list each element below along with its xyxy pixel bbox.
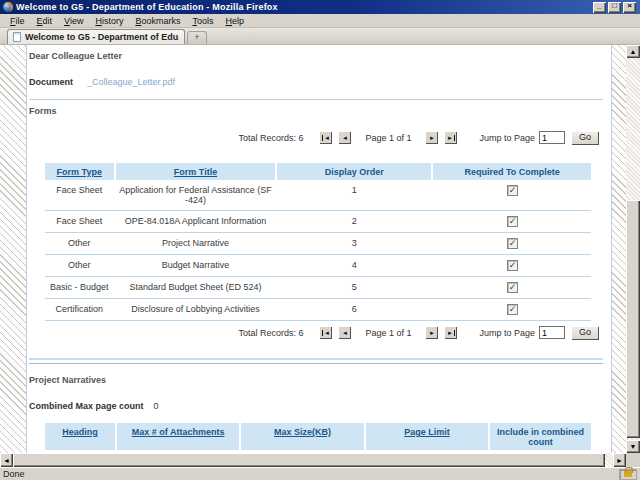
sort-form-type[interactable]: Form Type — [57, 167, 102, 177]
form-type-cell: Certification — [45, 299, 114, 320]
firefox-icon — [3, 2, 13, 12]
horizontal-scrollbar-thumb[interactable] — [13, 453, 605, 467]
table-row: Other Project Narrative 3 — [45, 233, 591, 255]
total-records-label: Total Records: 6 — [238, 133, 303, 143]
close-button[interactable]: × — [623, 2, 636, 13]
form-title-cell: Budget Narrative — [116, 255, 276, 276]
next-page-button[interactable]: ► — [425, 131, 438, 144]
required-checkbox[interactable] — [507, 185, 518, 196]
scroll-left-button[interactable]: ◄ — [0, 453, 13, 467]
display-order-cell: 3 — [277, 233, 431, 254]
total-records-label: Total Records: 6 — [238, 328, 303, 338]
go-button[interactable]: Go — [571, 326, 599, 340]
display-order-cell: 1 — [277, 180, 431, 210]
menu-item-history[interactable]: History — [89, 15, 129, 27]
form-type-cell: Basic - Budget — [45, 277, 114, 298]
horizontal-scrollbar[interactable]: ◄ ► — [0, 453, 626, 467]
document-label: Document — [29, 77, 73, 87]
menu-item-help[interactable]: Help — [219, 15, 250, 27]
close-icon: × — [623, 1, 636, 10]
first-page-button[interactable]: ◄ — [319, 326, 332, 339]
first-page-icon: ◄ — [322, 330, 330, 336]
menu-item-edit[interactable]: Edit — [31, 15, 59, 27]
forms-heading: Forms — [29, 106, 611, 116]
required-checkbox[interactable] — [507, 282, 518, 293]
go-button[interactable]: Go — [571, 131, 599, 145]
scroll-left-icon: ◄ — [3, 457, 10, 464]
combined-max-value: 0 — [154, 401, 159, 411]
page-viewport: Dear Colleague Letter Document _Colleagu… — [0, 45, 626, 453]
forms-table-header: Form Type Form Title Display Order Requi… — [45, 163, 591, 180]
menu-item-tools[interactable]: Tools — [186, 15, 219, 27]
jump-to-page-input[interactable] — [539, 131, 565, 144]
table-row: Face Sheet OPE-84.018A Applicant Informa… — [45, 211, 591, 233]
header-include-combined: Include in combined count — [490, 423, 591, 450]
display-order-cell: 4 — [277, 255, 431, 276]
jump-to-page-input[interactable] — [539, 326, 565, 339]
colleague-letter-link[interactable]: _Colleague_Letter.pdf — [87, 77, 175, 87]
page-indicator: Page 1 of 1 — [365, 133, 411, 143]
menu-item-view[interactable]: View — [58, 15, 89, 27]
last-page-icon: ► — [447, 135, 455, 141]
sort-form-title[interactable]: Form Title — [174, 167, 217, 177]
next-page-button[interactable]: ► — [425, 326, 438, 339]
scroll-right-button[interactable]: ► — [613, 453, 626, 467]
scroll-right-icon: ► — [616, 457, 623, 464]
pn-table-header: Heading Max # of Attachments Max Size(KB… — [45, 423, 591, 450]
forms-table: Form Type Form Title Display Order Requi… — [45, 163, 591, 321]
page-icon — [13, 32, 21, 42]
restore-button[interactable]: □ — [608, 2, 621, 13]
window-title: Welcome to G5 - Department of Education … — [16, 2, 593, 12]
page-content: Dear Colleague Letter Document _Colleagu… — [26, 45, 612, 453]
last-page-icon: ► — [447, 330, 455, 336]
prev-page-icon: ◄ — [342, 330, 348, 336]
form-type-cell: Other — [45, 255, 114, 276]
page-indicator: Page 1 of 1 — [365, 328, 411, 338]
vertical-scrollbar[interactable]: ▲ ▼ — [626, 45, 640, 453]
form-type-cell: Face Sheet — [45, 211, 114, 232]
sort-max-size[interactable]: Max Size(KB) — [274, 427, 331, 437]
jump-to-page-label: Jump to Page — [479, 328, 535, 338]
display-order-cell: 6 — [277, 299, 431, 320]
sort-max-attachments[interactable]: Max # of Attachments — [132, 427, 225, 437]
sort-page-limit[interactable]: Page Limit — [404, 427, 450, 437]
first-page-button[interactable]: ◄ — [319, 131, 332, 144]
browser-window: Welcome to G5 - Department of Education … — [0, 0, 640, 480]
minimize-button[interactable]: _ — [593, 2, 606, 13]
table-row: Basic - Budget Standard Budget Sheet (ED… — [45, 277, 591, 299]
forms-pagination-top: Total Records: 6 ◄ ◄ Page 1 of 1 ► ► Jum… — [29, 130, 599, 145]
scroll-down-button[interactable]: ▼ — [626, 440, 640, 453]
required-checkbox[interactable] — [507, 216, 518, 227]
active-tab[interactable]: Welcome to G5 - Department of Edu... — [7, 29, 185, 44]
prev-page-button[interactable]: ◄ — [338, 131, 351, 144]
form-title-cell: Project Narrative — [116, 233, 276, 254]
form-title-cell: Disclosure of Lobbying Activities — [116, 299, 276, 320]
new-tab-button[interactable]: + — [187, 31, 207, 44]
project-narratives-table: Heading Max # of Attachments Max Size(KB… — [45, 423, 591, 453]
required-checkbox[interactable] — [507, 238, 518, 249]
dear-colleague-heading: Dear Colleague Letter — [29, 51, 611, 61]
menu-item-file[interactable]: File — [4, 15, 31, 27]
tab-bar: Welcome to G5 - Department of Edu... + — [0, 28, 640, 45]
last-page-button[interactable]: ► — [444, 131, 457, 144]
scrollbar-corner — [626, 453, 640, 467]
jump-to-page-label: Jump to Page — [479, 133, 535, 143]
required-checkbox[interactable] — [507, 304, 518, 315]
prev-page-icon: ◄ — [342, 135, 348, 141]
menu-item-bookmarks[interactable]: Bookmarks — [129, 15, 186, 27]
restore-icon: □ — [608, 1, 621, 10]
form-title-cell: OPE-84.018A Applicant Information — [116, 211, 276, 232]
form-title-cell: Standard Budget Sheet (ED 524) — [116, 277, 276, 298]
next-page-icon: ► — [429, 135, 435, 141]
section-divider-double — [29, 358, 603, 364]
first-page-icon: ◄ — [322, 135, 330, 141]
required-checkbox[interactable] — [507, 260, 518, 271]
scroll-up-button[interactable]: ▲ — [626, 45, 640, 58]
last-page-button[interactable]: ► — [444, 326, 457, 339]
status-text: Done — [3, 469, 619, 479]
prev-page-button[interactable]: ◄ — [338, 326, 351, 339]
vertical-scrollbar-thumb[interactable] — [626, 200, 640, 438]
title-bar: Welcome to G5 - Department of Education … — [0, 0, 640, 14]
minimize-icon: _ — [593, 1, 606, 10]
sort-heading[interactable]: Heading — [62, 427, 98, 437]
